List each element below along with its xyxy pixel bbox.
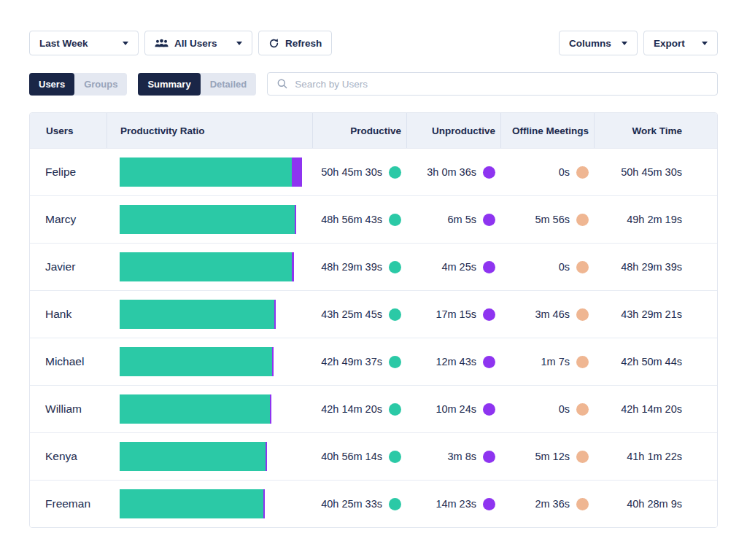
- productivity-ratio-cell: [107, 300, 312, 329]
- refresh-button[interactable]: Refresh: [258, 31, 332, 55]
- offline-meetings-dot: [576, 166, 589, 179]
- column-header-productivity-ratio: Productivity Ratio: [107, 113, 312, 148]
- entity-toggle: Users Groups: [29, 73, 127, 96]
- tab-detailed[interactable]: Detailed: [201, 73, 257, 96]
- unproductive-bar-segment: [274, 300, 276, 329]
- productive-cell: 48h 29m 39s: [312, 261, 406, 273]
- user-name: Kenya: [30, 450, 107, 463]
- column-header-productive: Productive: [312, 113, 406, 148]
- productive-bar-segment: [120, 489, 263, 518]
- offline-meetings-value: 5m 12s: [535, 451, 570, 462]
- date-range-dropdown[interactable]: Last Week: [29, 31, 139, 55]
- unproductive-cell: 17m 15s: [406, 308, 500, 321]
- offline-meetings-value: 0s: [559, 261, 570, 273]
- offline-meetings-cell: 0s: [500, 261, 594, 273]
- productive-cell: 43h 25m 45s: [312, 308, 406, 321]
- columns-dropdown[interactable]: Columns: [559, 31, 638, 55]
- unproductive-dot: [483, 498, 495, 510]
- tab-groups[interactable]: Groups: [74, 73, 127, 96]
- unproductive-bar-segment: [266, 442, 267, 471]
- offline-meetings-value: 3m 46s: [535, 308, 570, 320]
- work-time-value: 42h 50m 44s: [621, 356, 682, 368]
- productive-value: 48h 56m 43s: [321, 214, 382, 225]
- productive-value: 40h 25m 33s: [321, 498, 382, 510]
- productive-cell: 42h 49m 37s: [312, 356, 406, 368]
- unproductive-value: 12m 43s: [436, 356, 476, 368]
- unproductive-bar-segment: [272, 347, 274, 376]
- unproductive-value: 6m 5s: [448, 214, 477, 225]
- offline-meetings-dot: [576, 498, 589, 510]
- chevron-down-icon: [702, 42, 708, 45]
- work-time-cell: 41h 1m 22s: [594, 451, 717, 462]
- unproductive-cell: 14m 23s: [406, 498, 500, 510]
- productive-value: 43h 25m 45s: [321, 308, 382, 320]
- offline-meetings-dot: [576, 451, 589, 463]
- unproductive-value: 3m 8s: [448, 451, 477, 462]
- offline-meetings-value: 0s: [559, 166, 570, 178]
- chevron-down-icon: [123, 42, 128, 45]
- table-row: Kenya 40h 56m 14s 3m 8s 5m 12s 41h 1m 22…: [30, 432, 717, 480]
- unproductive-bar-segment: [270, 394, 271, 424]
- productive-bar-segment: [120, 394, 270, 424]
- offline-meetings-dot: [576, 356, 589, 368]
- work-time-value: 48h 29m 39s: [621, 261, 682, 273]
- productivity-ratio-cell: [107, 442, 312, 471]
- search-box[interactable]: [267, 72, 718, 96]
- unproductive-dot: [483, 356, 495, 368]
- users-table: Users Productivity Ratio Productive Unpr…: [29, 112, 718, 528]
- unproductive-dot: [483, 308, 495, 321]
- productivity-bar: [120, 205, 296, 234]
- productive-dot: [389, 498, 401, 510]
- offline-meetings-dot: [576, 214, 589, 226]
- search-icon: [276, 78, 288, 90]
- work-time-value: 42h 14m 20s: [621, 403, 682, 415]
- user-name: Michael: [30, 355, 107, 368]
- work-time-cell: 40h 28m 9s: [594, 498, 717, 510]
- offline-meetings-cell: 0s: [500, 166, 594, 179]
- unproductive-dot: [483, 403, 495, 416]
- unproductive-value: 4m 25s: [441, 261, 476, 273]
- unproductive-bar-segment: [263, 489, 265, 518]
- export-dropdown[interactable]: Export: [643, 31, 718, 55]
- refresh-icon: [268, 38, 279, 49]
- user-name: Javier: [30, 260, 107, 273]
- filter-row: Users Groups Summary Detailed: [29, 72, 718, 96]
- unproductive-dot: [483, 166, 495, 179]
- productivity-ratio-cell: [107, 489, 312, 518]
- user-name: Hank: [30, 308, 107, 321]
- user-filter-dropdown[interactable]: All Users: [144, 31, 252, 55]
- refresh-label: Refresh: [285, 38, 322, 49]
- productive-cell: 42h 14m 20s: [312, 403, 406, 416]
- productivity-dashboard: Last Week All Users Refr: [0, 0, 747, 528]
- toolbar: Last Week All Users Refr: [29, 31, 718, 55]
- offline-meetings-cell: 5m 12s: [500, 451, 594, 463]
- offline-meetings-dot: [576, 308, 589, 321]
- date-range-value: Last Week: [39, 38, 88, 49]
- productivity-bar: [120, 442, 267, 471]
- productive-bar-segment: [120, 158, 292, 187]
- productive-cell: 40h 56m 14s: [312, 451, 406, 463]
- table-row: William 42h 14m 20s 10m 24s 0s 42h 14m 2…: [30, 385, 717, 432]
- offline-meetings-cell: 3m 46s: [500, 308, 594, 321]
- chevron-down-icon: [236, 42, 242, 45]
- column-header-offline-meetings: Offline Meetings: [500, 113, 594, 148]
- table-header: Users Productivity Ratio Productive Unpr…: [30, 113, 717, 148]
- search-input[interactable]: [295, 79, 708, 90]
- unproductive-cell: 3m 8s: [406, 451, 500, 463]
- productive-bar-segment: [120, 252, 292, 281]
- offline-meetings-cell: 1m 7s: [500, 356, 594, 368]
- productive-bar-segment: [120, 205, 295, 234]
- offline-meetings-value: 0s: [559, 403, 570, 415]
- unproductive-bar-segment: [295, 205, 296, 234]
- offline-meetings-value: 2m 36s: [535, 498, 570, 510]
- tab-summary[interactable]: Summary: [138, 73, 200, 96]
- productive-dot: [389, 166, 401, 179]
- work-time-value: 43h 29m 21s: [621, 308, 682, 320]
- unproductive-value: 14m 23s: [436, 498, 476, 510]
- user-name: Marcy: [30, 213, 107, 226]
- productivity-bar: [120, 394, 271, 424]
- tab-users[interactable]: Users: [29, 73, 74, 96]
- work-time-value: 40h 28m 9s: [627, 498, 682, 510]
- work-time-value: 41h 1m 22s: [627, 451, 682, 462]
- unproductive-value: 3h 0m 36s: [427, 166, 476, 178]
